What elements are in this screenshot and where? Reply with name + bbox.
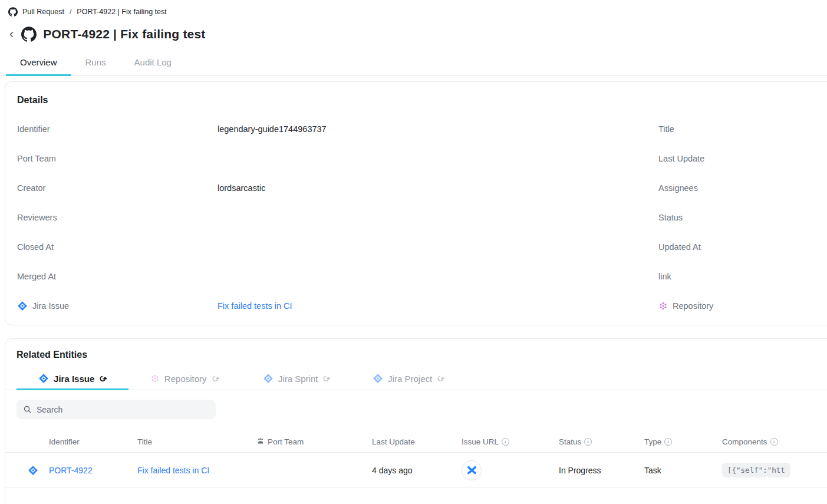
related-arrow-icon: ↺ — [435, 373, 446, 384]
col-issue-url[interactable]: Issue URL i — [462, 437, 559, 446]
row-identifier-link[interactable]: PORT-4922 — [49, 466, 137, 475]
back-chevron-icon[interactable]: ‹ — [8, 28, 15, 41]
info-icon[interactable]: i — [584, 438, 592, 446]
breadcrumb-section[interactable]: Pull Request — [22, 8, 64, 16]
breadcrumb-separator: / — [69, 8, 72, 16]
github-icon — [8, 7, 18, 17]
related-arrow-icon: ↺ — [209, 373, 220, 384]
field-repository: Repository — [658, 300, 827, 312]
field-title: Title — [658, 123, 827, 135]
search-icon — [23, 405, 32, 414]
field-link: link — [658, 271, 827, 282]
field-assignees: Assignees — [658, 182, 827, 194]
row-title-link[interactable]: Fix failed tests in CI — [137, 466, 256, 475]
table-header: Identifier Title Port Team Last Update I… — [5, 431, 827, 453]
breadcrumb-current: PORT-4922 | Fix failing test — [77, 8, 166, 16]
repository-icon — [658, 301, 668, 311]
repository-icon — [150, 374, 160, 383]
main-tab-strip: Overview Runs Audit Log — [0, 55, 827, 76]
related-tab-strip: Jira Issue ↺ Repository ↺ Jira Sprint ↺ … — [5, 370, 827, 390]
field-status: Status — [658, 212, 827, 223]
col-type[interactable]: Type i — [644, 437, 722, 446]
related-tab-repository[interactable]: Repository ↺ — [129, 370, 240, 390]
row-type: Task — [644, 466, 722, 475]
col-title[interactable]: Title — [137, 437, 256, 446]
info-icon[interactable]: i — [664, 438, 672, 446]
details-right-column: Title Last Update Assignees Status Updat… — [658, 123, 827, 330]
search-box — [17, 400, 216, 419]
info-icon[interactable]: i — [502, 438, 509, 446]
jira-icon — [17, 301, 28, 311]
details-card: Details Identifier legendary-guide174496… — [5, 81, 827, 325]
tab-runs[interactable]: Runs — [71, 55, 120, 76]
related-entities-heading: Related Entities — [5, 350, 827, 363]
col-status[interactable]: Status i — [559, 437, 644, 446]
details-heading: Details — [17, 95, 827, 108]
row-components-chip[interactable]: [{"self":"htt — [722, 463, 790, 477]
page-title: PORT-4922 | Fix failing test — [43, 27, 205, 41]
tab-overview[interactable]: Overview — [6, 55, 71, 76]
row-last-update: 4 days ago — [372, 466, 462, 475]
field-updated-at: Updated At — [658, 241, 827, 253]
jira-icon — [28, 465, 38, 476]
col-port-team[interactable]: Port Team — [256, 437, 372, 446]
search-input[interactable] — [37, 405, 209, 414]
related-tab-jira-sprint[interactable]: Jira Sprint ↺ — [240, 370, 352, 390]
breadcrumb: Pull Request / PORT-4922 | Fix failing t… — [0, 0, 827, 17]
jira-icon — [373, 373, 383, 384]
jira-icon — [38, 373, 49, 384]
col-identifier[interactable]: Identifier — [49, 437, 137, 446]
related-arrow-icon: ↺ — [321, 373, 332, 384]
related-arrow-icon: ↺ — [97, 373, 108, 384]
jira-link-icon — [467, 465, 477, 475]
github-icon — [21, 27, 37, 42]
page-header: ‹ PORT-4922 | Fix failing test — [8, 25, 827, 43]
jira-icon — [263, 373, 274, 384]
issue-url-badge[interactable] — [462, 460, 482, 480]
row-status: In Progress — [559, 466, 644, 475]
tab-audit-log[interactable]: Audit Log — [120, 55, 186, 76]
related-tab-jira-project[interactable]: Jira Project ↺ — [352, 370, 464, 390]
team-icon — [256, 437, 265, 446]
table-row[interactable]: PORT-4922 Fix failed tests in CI 4 days … — [5, 453, 827, 488]
jira-issue-link[interactable]: Fix failed tests in CI — [218, 301, 292, 311]
related-entities-card: Related Entities Jira Issue ↺ Repository… — [5, 338, 827, 504]
related-tab-jira-issue[interactable]: Jira Issue ↺ — [17, 370, 129, 390]
field-last-update: Last Update — [658, 153, 827, 164]
col-last-update[interactable]: Last Update — [372, 437, 462, 446]
col-components[interactable]: Components i — [722, 437, 827, 446]
info-icon[interactable]: i — [770, 438, 778, 446]
